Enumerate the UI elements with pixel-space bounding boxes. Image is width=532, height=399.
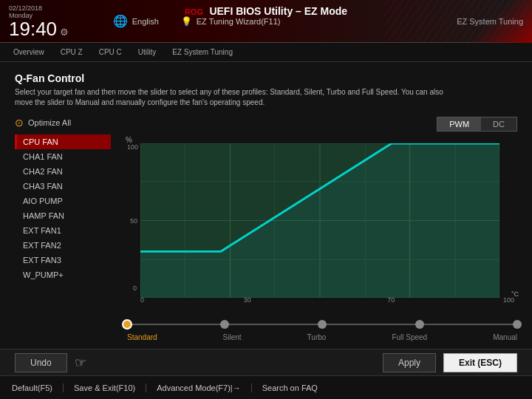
fan-list: ⊙ Optimize All CPU FAN CHA1 FAN CHA2 FAN… (15, 117, 111, 341)
slider-dot-silent[interactable] (220, 320, 229, 329)
fan-control-area: ⊙ Optimize All CPU FAN CHA1 FAN CHA2 FAN… (15, 117, 517, 341)
exit-button[interactable]: Exit (ESC) (443, 353, 517, 372)
header-rog: ROG (185, 7, 203, 16)
settings-icon: ⚙ (57, 27, 69, 38)
bottom-advanced-mode[interactable]: Advanced Mode(F7)|→ (146, 383, 252, 392)
slider-dot-standard[interactable] (122, 319, 132, 330)
slider-labels: Standard Silent Turbo Full Speed Manual (127, 333, 517, 341)
navbar: Overview CPU Z CPU C Utility EZ System T… (0, 43, 532, 62)
bottom-search-faq[interactable]: Search on FAQ (252, 383, 328, 392)
pwm-dc-toggle[interactable]: PWM DC (437, 117, 517, 132)
fan-item-w-pump[interactable]: W_PUMP+ (15, 267, 111, 282)
dc-button[interactable]: DC (481, 117, 516, 131)
optimize-icon: ⊙ (15, 117, 24, 129)
header-lang: English (132, 17, 159, 26)
profile-slider-track[interactable] (127, 317, 517, 332)
bottom-default[interactable]: Default(F5) (12, 383, 64, 392)
chart-area: PWM DC % (126, 117, 517, 341)
x-tick-70: 70 (387, 296, 395, 304)
header-wizard: EZ Tuning Wizard(F11) (197, 17, 281, 26)
nav-item-overview[interactable]: Overview (6, 47, 52, 58)
optimize-all-button[interactable]: ⊙ Optimize All (15, 117, 111, 129)
fan-item-aio-pump[interactable]: AIO PUMP (15, 194, 111, 208)
fan-item-hamp-fan[interactable]: HAMP FAN (15, 208, 111, 223)
header: 02/12/2018 Monday 19:40 ⚙ 🌐 English 💡 EZ… (0, 0, 532, 43)
nav-item-ez-system[interactable]: EZ System Tuning (165, 47, 240, 58)
profile-label-standard: Standard (127, 333, 157, 341)
profile-slider-area: Standard Silent Turbo Full Speed Manual (126, 317, 517, 341)
profile-label-silent: Silent (223, 333, 242, 341)
ez-system-tuning[interactable]: EZ System Tuning (457, 17, 523, 26)
bottom-save-exit[interactable]: Save & Exit(F10) (64, 383, 146, 392)
undo-button[interactable]: Undo (15, 353, 67, 372)
profile-label-fullspeed: Full Speed (392, 333, 427, 341)
nav-item-cpuz[interactable]: CPU Z (53, 47, 90, 58)
pwm-button[interactable]: PWM (437, 117, 481, 131)
fan-item-ext-fan1[interactable]: EXT FAN1 (15, 223, 111, 238)
optimize-all-label: Optimize All (28, 118, 71, 127)
globe-icon: 🌐 (113, 14, 128, 28)
nav-item-utility[interactable]: Utility (131, 47, 163, 58)
x-axis-label: °C (511, 290, 519, 298)
y-tick-100: 100 (127, 143, 138, 151)
header-title: UEFI BIOS Utility – EZ Mode (209, 5, 347, 17)
fan-chart (140, 143, 499, 298)
section-description: Select your target fan and then move the… (15, 87, 458, 108)
profile-label-manual: Manual (493, 333, 517, 341)
fan-item-ext-fan2[interactable]: EXT FAN2 (15, 238, 111, 253)
x-tick-30: 30 (244, 296, 251, 304)
header-date: 02/12/2018 Monday (9, 4, 69, 19)
fan-item-cha2-fan[interactable]: CHA2 FAN (15, 164, 111, 179)
fan-item-cha3-fan[interactable]: CHA3 FAN (15, 179, 111, 194)
y-tick-50: 50 (130, 217, 137, 225)
footer-buttons: Undo ☞ Apply Exit (ESC) (0, 349, 532, 375)
section-title: Q-Fan Control (15, 72, 517, 84)
y-tick-0: 0 (133, 284, 137, 292)
header-time: 19:40 ⚙ (9, 19, 69, 38)
slider-dot-fullspeed[interactable] (415, 320, 424, 329)
main-content: Q-Fan Control Select your target fan and… (0, 62, 532, 349)
fan-item-cpu-fan[interactable]: CPU FAN (15, 134, 111, 149)
x-tick-0: 0 (140, 296, 144, 304)
profile-label-turbo: Turbo (307, 333, 327, 341)
bottom-bar: Default(F5) Save & Exit(F10) Advanced Mo… (0, 375, 532, 399)
slider-dot-turbo[interactable] (318, 320, 327, 329)
slider-dot-manual[interactable] (513, 320, 522, 329)
nav-item-cpuc[interactable]: CPU C (92, 47, 129, 58)
fan-item-cha1-fan[interactable]: CHA1 FAN (15, 149, 111, 164)
cursor-icon: ☞ (75, 355, 86, 371)
apply-button[interactable]: Apply (383, 353, 436, 372)
fan-item-ext-fan3[interactable]: EXT FAN3 (15, 253, 111, 267)
